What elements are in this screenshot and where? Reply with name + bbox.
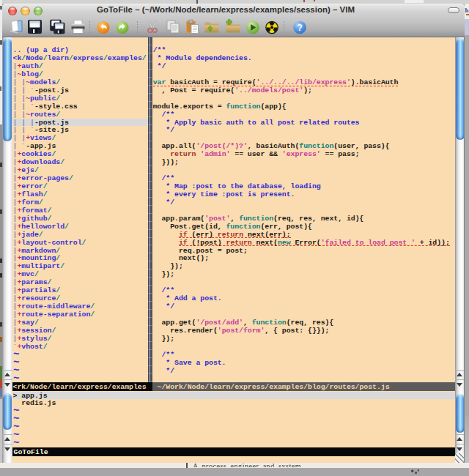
svg-text:?: ? <box>297 23 303 33</box>
